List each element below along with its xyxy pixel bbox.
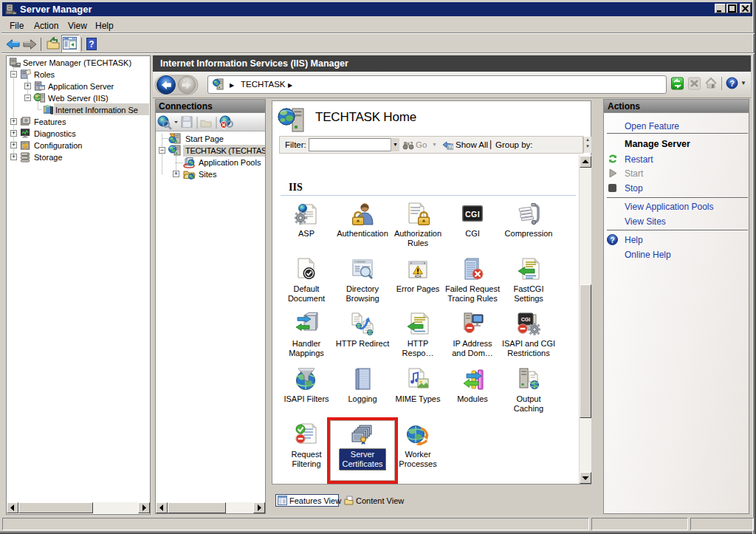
- svg-text:?: ?: [89, 39, 94, 49]
- svg-text:404: 404: [414, 274, 421, 278]
- svg-text:CGI: CGI: [465, 210, 480, 219]
- svg-text:?: ?: [610, 236, 614, 244]
- svg-text:CGI: CGI: [521, 317, 531, 322]
- svg-text:?: ?: [729, 79, 735, 88]
